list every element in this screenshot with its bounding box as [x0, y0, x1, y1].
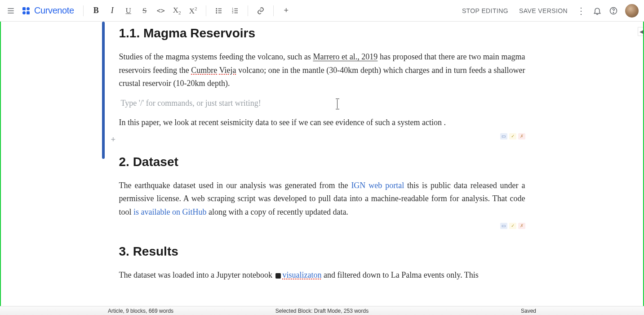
document-page[interactable]: 1.1. Magma Reservoirs Studies of the mag… [102, 26, 542, 303]
status-selected-block: Selected Block: Draft Mode, 253 words [275, 308, 369, 314]
ordered-list-button[interactable]: 123 [228, 4, 242, 18]
add-block-button[interactable]: + [279, 4, 293, 18]
text-cursor-icon [337, 99, 338, 108]
svg-point-17 [613, 12, 613, 13]
toolbar-separator [273, 5, 274, 16]
dismiss-badge-icon[interactable]: ✗ [518, 133, 525, 140]
accept-badge-icon[interactable]: ✓ [509, 223, 516, 229]
notebook-link[interactable]: visualizaton [282, 270, 321, 279]
heading-1-1[interactable]: 1.1. Magma Reservoirs [119, 26, 525, 40]
svg-point-4 [216, 8, 217, 9]
superscript-button[interactable]: X2 [186, 4, 200, 18]
text: The earthquake dataset used in our analy… [119, 181, 351, 190]
spelling-marked-word[interactable]: Cumbre [191, 66, 217, 75]
status-save-state: Saved [521, 308, 536, 314]
dismiss-badge-icon[interactable]: ✗ [518, 223, 525, 229]
save-version-button[interactable]: SAVE VERSION [515, 4, 572, 17]
avatar[interactable] [625, 4, 639, 18]
status-bar: Article, 9 blocks, 669 words Selected Bl… [0, 306, 644, 315]
status-article-summary: Article, 9 blocks, 669 words [108, 308, 173, 314]
text: Studies of the magma systems feeding the… [119, 52, 313, 61]
notebook-chip-icon[interactable] [275, 273, 281, 279]
external-link[interactable]: is available on GitHub [133, 207, 206, 216]
svg-rect-2 [22, 11, 26, 14]
heading-3[interactable]: 3. Results [119, 244, 525, 259]
notifications-icon[interactable] [590, 4, 604, 18]
insert-block-icon[interactable]: + [111, 135, 116, 144]
brand-logo-icon [21, 5, 31, 16]
spelling-marked-word[interactable]: Vieja [219, 66, 236, 75]
toolbar-separator [248, 5, 248, 16]
stop-editing-button[interactable]: STOP EDITING [457, 4, 513, 17]
underline-button[interactable]: U [121, 4, 136, 18]
svg-rect-3 [27, 11, 30, 14]
accept-badge-icon[interactable]: ✓ [509, 133, 516, 140]
brand-link[interactable]: Curvenote [21, 5, 74, 16]
unordered-list-button[interactable] [212, 4, 226, 18]
paragraph[interactable]: The earthquake dataset used in our analy… [119, 179, 525, 219]
block-gap: + ▭ ✓ ✗ [119, 132, 525, 150]
svg-rect-0 [22, 7, 26, 10]
subscript-button[interactable]: X2 [170, 4, 184, 18]
svg-point-6 [216, 10, 217, 11]
text: The dataset was loaded into a Jupyter no… [119, 270, 275, 279]
text: In this paper, we look at recent seismic… [119, 118, 446, 127]
svg-text:3: 3 [232, 11, 233, 14]
help-icon[interactable] [606, 4, 621, 18]
more-options-icon[interactable]: ⋮ [574, 5, 588, 16]
italic-button[interactable]: I [105, 4, 120, 18]
text: along with a copy of recently updated da… [206, 207, 348, 216]
citation-link[interactable]: Marrero et al., 2019 [313, 52, 378, 61]
comment-badge-icon[interactable]: ▭ [500, 223, 507, 229]
top-toolbar: Curvenote B I U S <> X2 X2 123 + STOP ED… [0, 0, 644, 22]
block-badges: ▭ ✓ ✗ [500, 133, 525, 140]
link-button[interactable] [253, 4, 268, 18]
text: and filtered down to La Palma events onl… [321, 270, 478, 279]
strikethrough-button[interactable]: S [138, 4, 152, 18]
block-gap: ▭ ✓ ✗ [119, 222, 525, 240]
editor-viewport: 1.1. Magma Reservoirs Studies of the mag… [0, 22, 644, 306]
block-badges: ▭ ✓ ✗ [500, 223, 525, 229]
svg-point-8 [216, 12, 217, 13]
empty-block-placeholder[interactable]: Type '/' for commands, or just start wri… [119, 93, 525, 116]
toolbar-separator [83, 5, 84, 16]
placeholder-text: Type '/' for commands, or just start wri… [121, 99, 261, 108]
paragraph[interactable]: The dataset was loaded into a Jupyter no… [119, 269, 525, 282]
menu-icon[interactable] [5, 5, 16, 16]
external-link[interactable]: IGN web portal [351, 181, 404, 190]
heading-2[interactable]: 2. Dataset [119, 155, 525, 169]
paragraph[interactable]: In this paper, we look at recent seismic… [119, 116, 525, 130]
brand-name: Curvenote [34, 5, 74, 16]
code-button[interactable]: <> [154, 4, 168, 18]
block-selection-indicator [102, 22, 105, 159]
svg-rect-1 [27, 7, 30, 10]
bold-button[interactable]: B [89, 4, 103, 18]
toolbar-separator [206, 5, 206, 16]
comment-badge-icon[interactable]: ▭ [500, 133, 507, 140]
paragraph[interactable]: Studies of the magma systems feeding the… [119, 50, 525, 90]
